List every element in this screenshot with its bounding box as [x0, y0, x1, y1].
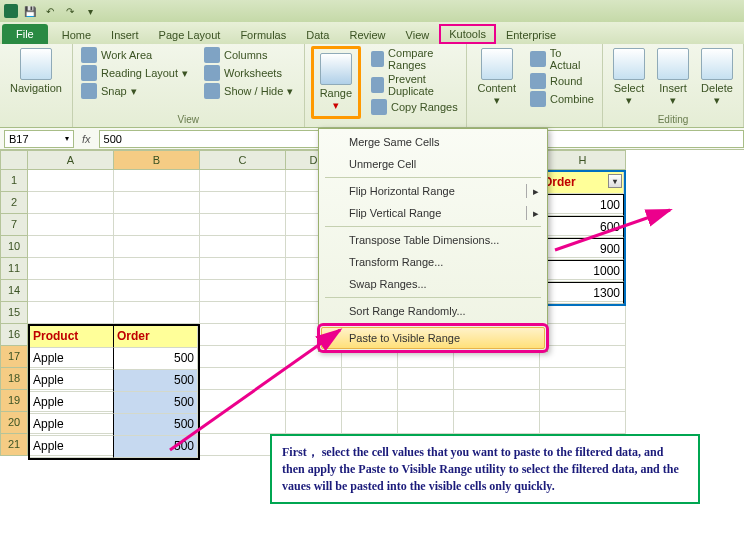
ab-cell[interactable]: Apple	[30, 370, 114, 392]
group-view-label: View	[79, 112, 298, 127]
content-button[interactable]: Content▾	[473, 46, 520, 109]
tab-kutools[interactable]: Kutools	[439, 24, 496, 44]
menu-separator	[325, 177, 541, 178]
row-14[interactable]: 14	[0, 280, 28, 302]
navigation-icon	[20, 48, 52, 80]
select-button[interactable]: Select▾	[609, 46, 649, 109]
compare-ranges-button[interactable]: Compare Ranges	[369, 46, 460, 72]
ab-cell-selected[interactable]: 500	[114, 348, 198, 370]
gh-cell[interactable]: 100	[540, 195, 624, 216]
columns-button[interactable]: Columns	[202, 46, 295, 64]
menu-separator	[325, 324, 541, 325]
row-17[interactable]: 17	[0, 346, 28, 368]
name-box[interactable]: B17▾	[4, 130, 74, 148]
tab-enterprise[interactable]: Enterprise	[496, 26, 566, 44]
range-button[interactable]: Range▾	[316, 51, 356, 114]
round-button[interactable]: Round	[528, 72, 596, 90]
row-11[interactable]: 11	[0, 258, 28, 280]
group-range: Range▾ Compare Ranges Prevent Duplicate …	[305, 44, 468, 127]
delete-button[interactable]: Delete▾	[697, 46, 737, 109]
row-19[interactable]: 19	[0, 390, 28, 412]
chevron-down-icon: ▾	[65, 134, 69, 143]
row-21[interactable]: 21	[0, 434, 28, 456]
menu-separator	[325, 226, 541, 227]
tab-home[interactable]: Home	[52, 26, 101, 44]
gh-cell[interactable]: 600	[540, 217, 624, 238]
to-actual-button[interactable]: To Actual	[528, 46, 596, 72]
qat-dropdown-icon[interactable]: ▾	[82, 3, 98, 19]
range-icon	[320, 53, 352, 85]
combine-button[interactable]: Combine	[528, 90, 596, 108]
col-H[interactable]: H	[540, 150, 626, 170]
group-navigation: Navigation	[0, 44, 73, 127]
tab-page-layout[interactable]: Page Layout	[149, 26, 231, 44]
ab-cell-selected[interactable]: 500	[114, 392, 198, 414]
ab-cell-selected[interactable]: 500	[114, 370, 198, 392]
menu-unmerge-cell[interactable]: Unmerge Cell	[321, 153, 545, 175]
row-7[interactable]: 7	[0, 214, 28, 236]
filter-button-order[interactable]	[608, 174, 622, 188]
menu-flip-horizontal[interactable]: Flip Horizontal Range	[321, 180, 545, 202]
work-area-button[interactable]: Work Area	[79, 46, 190, 64]
group-view: Work Area Reading Layout ▾ Snap ▾ Column…	[73, 44, 305, 127]
content-icon	[481, 48, 513, 80]
gh-cell[interactable]: 900	[540, 239, 624, 260]
menu-sort-random[interactable]: Sort Range Randomly...	[321, 300, 545, 322]
row-2[interactable]: 2	[0, 192, 28, 214]
fx-icon[interactable]: fx	[82, 133, 91, 145]
navigation-button[interactable]: Navigation	[6, 46, 66, 96]
tab-view[interactable]: View	[396, 26, 440, 44]
row-20[interactable]: 20	[0, 412, 28, 434]
ab-cell-selected[interactable]: 500	[114, 436, 198, 458]
prevent-duplicate-button[interactable]: Prevent Duplicate	[369, 72, 460, 98]
ab-cell-selected[interactable]: 500	[114, 414, 198, 436]
select-all-corner[interactable]	[0, 150, 28, 170]
reading-layout-button[interactable]: Reading Layout ▾	[79, 64, 190, 82]
col-A[interactable]: A	[28, 150, 114, 170]
ribbon: Navigation Work Area Reading Layout ▾ Sn…	[0, 44, 744, 128]
menu-flip-vertical[interactable]: Flip Vertical Range	[321, 202, 545, 224]
ab-cell[interactable]: Apple	[30, 392, 114, 414]
menu-transpose[interactable]: Transpose Table Dimensions...	[321, 229, 545, 251]
tab-file[interactable]: File	[2, 24, 48, 44]
instruction-callout: First， select the cell values that you w…	[270, 434, 700, 504]
insert-button[interactable]: Insert▾	[653, 46, 693, 109]
menu-paste-visible[interactable]: Paste to Visible Range	[321, 327, 545, 349]
qat-save-icon[interactable]: 💾	[22, 3, 38, 19]
gh-cell[interactable]: 1000	[540, 261, 624, 282]
range-label: Range▾	[320, 87, 352, 112]
gh-cell[interactable]: 1300	[540, 283, 624, 304]
row-15[interactable]: 15	[0, 302, 28, 324]
group-content: Content▾ To Actual Round Combine	[467, 44, 603, 127]
row-1[interactable]: 1	[0, 170, 28, 192]
ab-cell[interactable]: Apple	[30, 414, 114, 436]
show-hide-button[interactable]: Show / Hide ▾	[202, 82, 295, 100]
col-C[interactable]: C	[200, 150, 286, 170]
row-headers: 1 2 7 10 11 14 15 16 17 18 19 20 21	[0, 170, 28, 456]
work-area-icon	[81, 47, 97, 63]
navigation-label: Navigation	[10, 82, 62, 94]
qat-redo-icon[interactable]: ↷	[62, 3, 78, 19]
row-16[interactable]: 16	[0, 324, 28, 346]
row-18[interactable]: 18	[0, 368, 28, 390]
menu-transform[interactable]: Transform Range...	[321, 251, 545, 273]
delete-icon	[701, 48, 733, 80]
copy-ranges-button[interactable]: Copy Ranges	[369, 98, 460, 116]
snap-button[interactable]: Snap ▾	[79, 82, 190, 100]
tab-insert[interactable]: Insert	[101, 26, 149, 44]
worksheets-button[interactable]: Worksheets	[202, 64, 295, 82]
tab-formulas[interactable]: Formulas	[230, 26, 296, 44]
col-B[interactable]: B	[114, 150, 200, 170]
menu-merge-cells[interactable]: Merge Same Cells	[321, 131, 545, 153]
menu-swap[interactable]: Swap Ranges...	[321, 273, 545, 295]
prevent-icon	[371, 77, 384, 93]
ab-cell[interactable]: Apple	[30, 436, 114, 458]
chevron-down-icon: ▾	[333, 99, 339, 111]
tab-review[interactable]: Review	[339, 26, 395, 44]
row-10[interactable]: 10	[0, 236, 28, 258]
ab-cell[interactable]: Apple	[30, 348, 114, 370]
tab-data[interactable]: Data	[296, 26, 339, 44]
show-hide-icon	[204, 83, 220, 99]
ab-header-product: Product	[30, 326, 114, 348]
qat-undo-icon[interactable]: ↶	[42, 3, 58, 19]
